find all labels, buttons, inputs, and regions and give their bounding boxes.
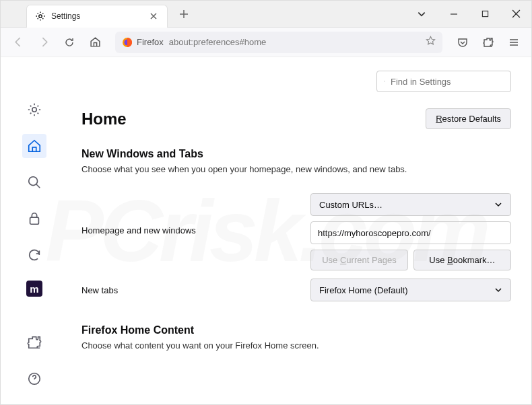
- url-identity: Firefox: [122, 37, 164, 48]
- section-new-windows-title: New Windows and Tabs: [81, 148, 511, 160]
- extensions-button[interactable]: [477, 32, 499, 53]
- home-button[interactable]: [84, 32, 106, 53]
- minimize-button[interactable]: [438, 1, 469, 28]
- navbar: Firefox about:preferences#home: [1, 28, 531, 57]
- close-window-button[interactable]: [500, 1, 531, 28]
- url-bar[interactable]: Firefox about:preferences#home: [115, 32, 442, 53]
- page-title: Home: [81, 110, 127, 128]
- window: Settings: [0, 0, 532, 405]
- sidebar-sync[interactable]: [22, 243, 46, 267]
- sidebar-extensions[interactable]: [22, 330, 46, 355]
- content: PCrisk.com m: [1, 57, 531, 404]
- use-bookmark-button[interactable]: Use Bookmark…: [413, 250, 511, 270]
- firefox-logo-icon: [122, 37, 133, 48]
- use-current-pages-button[interactable]: Use Current Pages: [310, 250, 408, 270]
- bookmark-star-icon[interactable]: [426, 36, 436, 48]
- section-home-content-desc: Choose what content you want on your Fir…: [81, 340, 511, 351]
- homepage-mode-select[interactable]: Custom URLs…: [310, 193, 511, 216]
- svg-point-5: [29, 177, 38, 186]
- gear-icon: [35, 11, 46, 22]
- svg-rect-1: [482, 11, 488, 16]
- maximize-button[interactable]: [469, 1, 500, 28]
- tabs-dropdown-icon[interactable]: [410, 1, 433, 28]
- section-home-content-title: Firefox Home Content: [81, 324, 511, 336]
- pocket-button[interactable]: [452, 32, 473, 53]
- tab-title: Settings: [51, 11, 143, 21]
- sidebar: m: [1, 57, 68, 404]
- titlebar: Settings: [1, 1, 531, 28]
- svg-point-4: [32, 108, 36, 112]
- restore-defaults-button[interactable]: Restore Defaults: [426, 108, 511, 129]
- menu-button[interactable]: [503, 32, 525, 53]
- sidebar-mozilla[interactable]: m: [26, 281, 42, 297]
- newtabs-select[interactable]: Firefox Home (Default): [310, 279, 511, 301]
- newtabs-label: New tabs: [81, 285, 297, 295]
- chevron-down-icon: [494, 200, 502, 209]
- sidebar-search[interactable]: [22, 170, 46, 194]
- reload-button[interactable]: [59, 32, 80, 53]
- sidebar-help[interactable]: [22, 367, 46, 391]
- titlebar-controls: [410, 1, 531, 28]
- newtabs-value: Firefox Home (Default): [319, 285, 407, 295]
- sidebar-privacy[interactable]: [22, 207, 46, 231]
- settings-search[interactable]: [376, 71, 511, 92]
- sidebar-general[interactable]: [22, 98, 46, 122]
- section-new-windows-desc: Choose what you see when you open your h…: [81, 164, 511, 174]
- back-button[interactable]: [7, 32, 29, 53]
- svg-rect-6: [30, 217, 39, 224]
- tab-settings[interactable]: Settings: [26, 5, 168, 28]
- forward-button[interactable]: [33, 32, 55, 53]
- svg-point-8: [384, 81, 385, 81]
- settings-search-input[interactable]: [391, 77, 504, 87]
- chevron-down-icon: [494, 286, 502, 294]
- search-icon: [384, 77, 385, 86]
- url-identity-label: Firefox: [137, 37, 164, 47]
- new-tab-button[interactable]: [174, 5, 193, 24]
- close-icon[interactable]: [148, 11, 159, 22]
- main-panel: Home Restore Defaults New Windows and Ta…: [68, 57, 531, 404]
- url-text: about:preferences#home: [169, 37, 420, 47]
- svg-point-0: [39, 15, 42, 17]
- sidebar-home[interactable]: [22, 134, 46, 158]
- homepage-url-input[interactable]: [310, 221, 511, 244]
- homepage-label: Homepage and new windows: [81, 193, 297, 235]
- homepage-mode-value: Custom URLs…: [319, 200, 383, 210]
